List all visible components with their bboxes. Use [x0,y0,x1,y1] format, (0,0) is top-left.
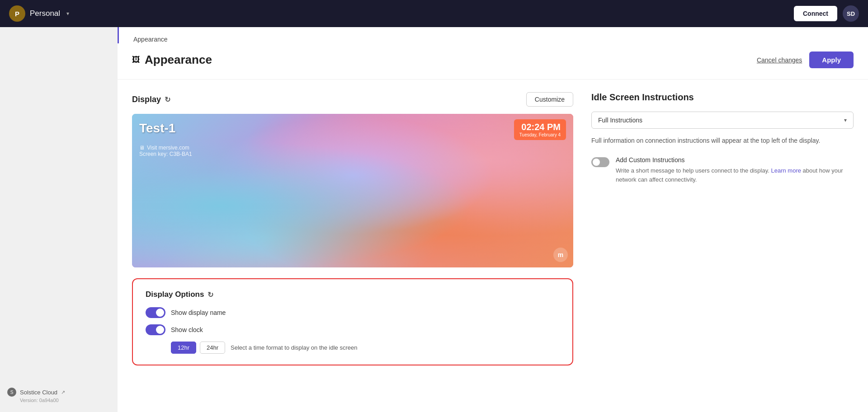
preview-screen-name: Test-1 [139,121,192,136]
preview-visit: 🖥 Visit mersive.com [139,145,192,151]
chevron-down-icon: ▾ [844,117,847,123]
header-actions: Cancel changes Apply [757,52,854,68]
apply-button[interactable]: Apply [809,52,854,68]
12hr-button[interactable]: 12hr [171,342,196,354]
show-clock-row: Show clock [146,324,560,335]
24hr-button[interactable]: 24hr [200,342,225,354]
learn-more-link[interactable]: Learn more [771,167,801,174]
display-options-label: Display Options [146,290,204,299]
custom-instructions-row: Add Custom Instructions Write a short me… [591,156,854,184]
app-layout: S Solstice Cloud ↗ Version: 0a94a00 Appe… [0,27,868,412]
custom-instructions-title: Add Custom Instructions [616,156,854,164]
appearance-icon: 🖼 [132,55,140,65]
show-clock-toggle[interactable] [146,324,165,335]
display-options-refresh-icon[interactable]: ↻ [208,290,213,299]
preview-screen-key: Screen key: C3B-BA1 [139,151,192,157]
version-text: Version: 0a94a00 [7,398,110,403]
cancel-changes-button[interactable]: Cancel changes [757,56,802,64]
content-area: Display ↻ Customize Test-1 🖥 Visit mersi… [118,80,868,378]
page-header: 🖼 Appearance Cancel changes Apply [118,43,868,80]
chevron-down-icon: ▾ [66,10,69,17]
monitor-small-icon: 🖥 [139,145,145,151]
display-options-box: Display Options ↻ Show display name Show… [132,278,573,365]
preview-background [132,114,573,267]
instructions-dropdown[interactable]: Full Instructions ▾ [591,112,854,129]
preview-time: 02:24 PM [519,122,561,132]
idle-screen-title: Idle Screen Instructions [591,92,854,103]
display-preview: Test-1 🖥 Visit mersive.com Screen key: C… [132,114,573,267]
time-format-description: Select a time format to display on the i… [231,344,357,351]
show-clock-label: Show clock [171,326,203,333]
show-display-name-toggle[interactable] [146,307,165,318]
workspace-name: Personal [30,9,60,18]
idle-screen-description: Full information on connection instructi… [591,136,854,145]
customize-button[interactable]: Customize [526,92,573,107]
connect-button[interactable]: Connect [794,6,837,21]
page-title: Appearance [145,53,212,67]
left-column: Display ↻ Customize Test-1 🖥 Visit mersi… [132,92,573,365]
topnav-actions: Connect SD [794,5,859,22]
external-link-icon: ↗ [61,389,65,395]
time-format-row: 12hr 24hr Select a time format to displa… [171,342,560,354]
solstice-cloud-icon: S [7,388,16,397]
custom-instructions-toggle[interactable] [591,157,609,167]
preview-info: Test-1 🖥 Visit mersive.com Screen key: C… [139,121,192,157]
solstice-cloud-label: Solstice Cloud [20,389,57,396]
display-section-header: Display ↻ Customize [132,92,573,107]
preview-logo: m [553,248,568,262]
dropdown-value: Full Instructions [598,117,642,124]
solstice-cloud-link[interactable]: S Solstice Cloud ↗ [7,388,110,397]
right-column: Idle Screen Instructions Full Instructio… [591,92,854,365]
preview-date: Tuesday, February 4 [519,132,561,137]
custom-instructions-desc: Write a short message to help users conn… [616,166,854,184]
instructions-dropdown-container: Full Instructions ▾ [591,112,854,129]
refresh-icon[interactable]: ↻ [165,95,170,104]
show-display-name-row: Show display name [146,307,560,318]
display-label: Display ↻ [132,95,170,104]
sidebar-bottom: S Solstice Cloud ↗ Version: 0a94a00 [0,388,118,403]
top-navigation: P Personal ▾ Connect SD [0,0,868,27]
display-label-text: Display [132,95,161,104]
show-display-name-label: Show display name [171,309,226,316]
display-options-header: Display Options ↻ [146,290,560,299]
breadcrumb: Appearance [118,27,868,43]
user-avatar: P [9,5,25,22]
breadcrumb-text: Appearance [133,36,168,43]
sidebar: S Solstice Cloud ↗ Version: 0a94a00 [0,27,118,412]
user-menu-avatar[interactable]: SD [843,5,859,22]
preview-clock: 02:24 PM Tuesday, February 4 [514,119,566,140]
custom-instructions-text: Add Custom Instructions Write a short me… [616,156,854,184]
workspace-selector[interactable]: P Personal ▾ [9,5,69,22]
main-content: Appearance 🖼 Appearance Cancel changes A… [118,27,868,412]
page-title-row: 🖼 Appearance [132,53,212,67]
